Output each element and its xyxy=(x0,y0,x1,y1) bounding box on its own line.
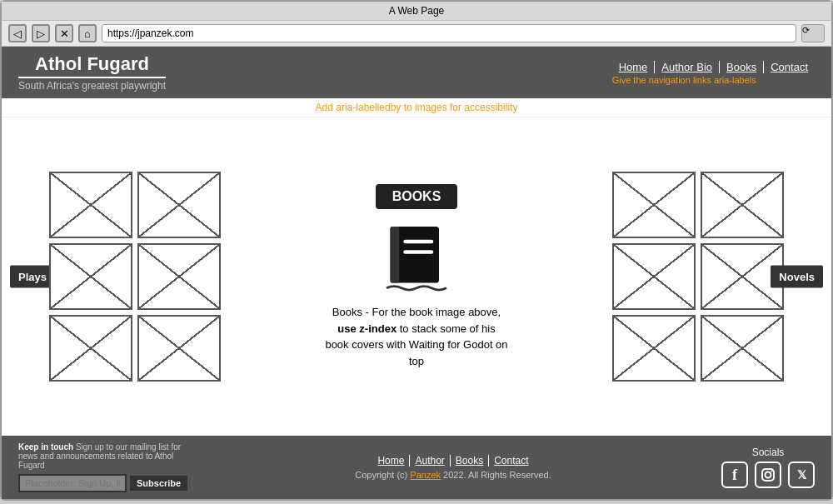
browser-toolbar: ◁ ▷ ✕ ⌂ ⟳ xyxy=(2,21,831,47)
browser-title: A Web Page xyxy=(2,2,831,21)
footer-nav-author[interactable]: Author xyxy=(410,455,450,467)
book-icon xyxy=(379,219,454,297)
home-button[interactable]: ⌂ xyxy=(78,24,97,42)
svg-point-5 xyxy=(766,472,771,478)
footer-nav-contact[interactable]: Contact xyxy=(489,455,533,467)
books-badge: BOOKS xyxy=(376,184,458,209)
plays-image-5 xyxy=(49,315,132,382)
back-button[interactable]: ◁ xyxy=(8,24,27,42)
footer-copyright: Copyright (c) Panzek 2022. All Rights Re… xyxy=(355,470,551,480)
social-icons: f 𝕏 xyxy=(721,462,815,488)
main-nav: Home Author Bio Books Contact Give the n… xyxy=(612,61,815,85)
footer-center: Home Author Books Contact Copyright (c) … xyxy=(202,455,705,480)
footer-keep-in-touch: Keep in touch Sign up to our mailing lis… xyxy=(18,442,185,470)
site-title: Athol Fugard xyxy=(18,53,166,75)
browser-window: A Web Page ◁ ▷ ✕ ⌂ ⟳ Athol Fugard South … xyxy=(0,0,833,501)
novels-image-grid xyxy=(612,172,784,382)
nav-author-bio[interactable]: Author Bio xyxy=(655,61,720,73)
go-button[interactable]: ⟳ xyxy=(801,24,825,42)
signup-input[interactable] xyxy=(18,474,127,492)
plays-image-2 xyxy=(137,172,221,238)
nav-books[interactable]: Books xyxy=(720,61,764,73)
main-content: Plays BOOKS xyxy=(2,117,831,436)
subscribe-button[interactable]: Subscribe xyxy=(130,476,187,491)
nav-contact[interactable]: Contact xyxy=(764,61,815,73)
novels-image-1 xyxy=(612,172,696,238)
footer-right: Socials f 𝕏 xyxy=(721,447,815,488)
nav-links: Home Author Bio Books Contact xyxy=(612,61,815,73)
footer-nav: Home Author Books Contact xyxy=(372,455,533,467)
plays-image-1 xyxy=(49,172,132,238)
address-bar[interactable] xyxy=(102,24,796,42)
novels-image-2 xyxy=(701,172,784,238)
footer-left: Keep in touch Sign up to our mailing lis… xyxy=(18,442,185,492)
novels-image-6 xyxy=(701,315,784,382)
logo-underline xyxy=(18,77,166,78)
novels-section: Novels xyxy=(598,117,831,436)
plays-image-3 xyxy=(49,243,132,310)
forward-button[interactable]: ▷ xyxy=(32,24,50,42)
plays-image-6 xyxy=(137,315,221,382)
novels-label: Novels xyxy=(771,266,823,288)
svg-rect-1 xyxy=(391,227,400,283)
website: Athol Fugard South Africa's greatest pla… xyxy=(2,47,831,499)
footer-nav-books[interactable]: Books xyxy=(451,455,489,467)
novels-image-3 xyxy=(612,243,696,310)
site-header: Athol Fugard South Africa's greatest pla… xyxy=(2,47,831,98)
book-description: Books - For the book image above, use z-… xyxy=(325,304,508,369)
close-button[interactable]: ✕ xyxy=(55,24,73,42)
copyright-highlight: Panzek xyxy=(410,470,441,480)
site-footer: Keep in touch Sign up to our mailing lis… xyxy=(2,436,831,499)
twitter-icon[interactable]: 𝕏 xyxy=(788,462,815,488)
nav-home[interactable]: Home xyxy=(612,61,656,73)
plays-image-grid xyxy=(49,172,221,382)
accessibility-hint: Add aria-labelledby to images for access… xyxy=(2,98,831,117)
instagram-icon[interactable] xyxy=(755,462,781,488)
aria-hint: Give the navigation links aria-labels xyxy=(612,75,756,85)
svg-point-6 xyxy=(771,471,773,472)
plays-section: Plays xyxy=(2,117,235,436)
site-logo: Athol Fugard South Africa's greatest pla… xyxy=(18,53,166,92)
socials-label: Socials xyxy=(752,447,785,458)
plays-image-4 xyxy=(137,243,221,310)
plays-label: Plays xyxy=(10,266,55,288)
footer-nav-home[interactable]: Home xyxy=(372,455,410,467)
footer-signup-form: Subscribe xyxy=(18,474,185,492)
site-subtitle: South Africa's greatest playwright xyxy=(18,80,166,92)
books-section: BOOKS Books - For the bo xyxy=(235,117,598,436)
facebook-icon[interactable]: f xyxy=(721,462,748,488)
novels-image-5 xyxy=(612,315,696,382)
